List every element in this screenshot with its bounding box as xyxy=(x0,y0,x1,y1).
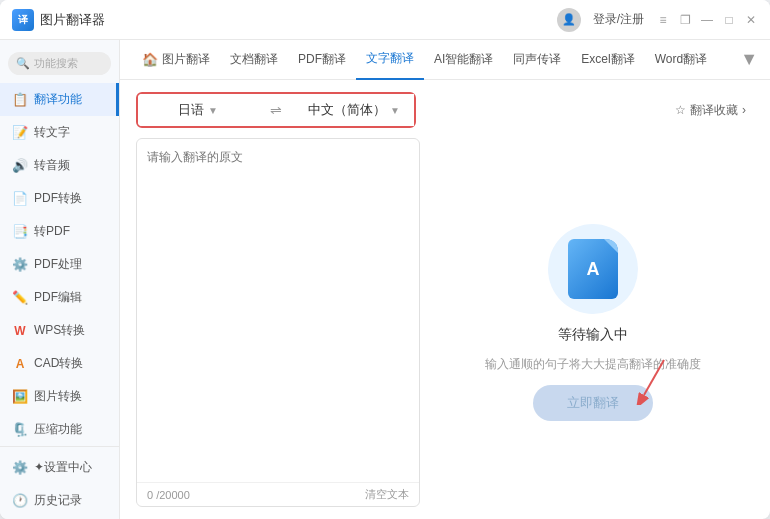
restore-icon[interactable]: ❐ xyxy=(678,13,692,27)
nav-item-label: Word翻译 xyxy=(655,51,707,68)
sidebar-item-pdf-edit[interactable]: ✏️ PDF编辑 xyxy=(0,281,119,314)
app-window: 译 图片翻译器 👤 登录/注册 ≡ ❐ — □ ✕ 🔍 功能搜索 📋 翻 xyxy=(0,0,770,519)
doc-icon: A xyxy=(568,239,618,299)
nav-item-label: Excel翻译 xyxy=(581,51,634,68)
sidebar-item-label: 转音频 xyxy=(34,157,70,174)
nav-item-pdf-translate[interactable]: PDF翻译 xyxy=(288,40,356,80)
swap-icon: ⇌ xyxy=(270,102,282,118)
nav-item-label: 文字翻译 xyxy=(366,50,414,67)
input-footer: 0 /20000 清空文本 xyxy=(137,482,419,506)
search-box[interactable]: 🔍 功能搜索 xyxy=(8,52,111,75)
sidebar-item-label: PDF处理 xyxy=(34,256,82,273)
sidebar: 🔍 功能搜索 📋 翻译功能 📝 转文字 🔊 转音频 📄 PDF转换 📑 xyxy=(0,40,120,519)
history-icon: 🕐 xyxy=(12,493,28,509)
char-count: 0 /20000 xyxy=(147,489,190,501)
minimize-button[interactable]: — xyxy=(700,13,714,27)
input-panel: 0 /20000 清空文本 xyxy=(136,138,420,507)
sidebar-item-label: 压缩功能 xyxy=(34,421,82,438)
sidebar-item-label: PDF转换 xyxy=(34,190,82,207)
source-lang-btn[interactable]: 日语 ▼ xyxy=(138,94,258,126)
svg-line-0 xyxy=(644,360,664,395)
sidebar-item-pdf-process[interactable]: ⚙️ PDF处理 xyxy=(0,248,119,281)
title-bar: 译 图片翻译器 👤 登录/注册 ≡ ❐ — □ ✕ xyxy=(0,0,770,40)
output-panel: A 等待输入中 输入通顺的句子将大大提高翻译的准确度 xyxy=(432,138,754,507)
convert-audio-icon: 🔊 xyxy=(12,158,28,174)
cad-convert-icon: A xyxy=(12,356,28,372)
sidebar-item-label: 历史记录 xyxy=(34,492,82,509)
sidebar-item-img-convert[interactable]: 🖼️ 图片转换 xyxy=(0,380,119,413)
nav-item-img-translate[interactable]: 🏠 图片翻译 xyxy=(132,40,220,80)
sidebar-item-convert-audio[interactable]: 🔊 转音频 xyxy=(0,149,119,182)
avatar: 👤 xyxy=(557,8,581,32)
source-lang-label: 日语 xyxy=(178,101,204,119)
sidebar-item-wps-convert[interactable]: W WPS转换 xyxy=(0,314,119,347)
title-bar-right: 👤 登录/注册 ≡ ❐ — □ ✕ xyxy=(557,8,758,32)
sidebar-item-compress-func[interactable]: 🗜️ 压缩功能 xyxy=(0,413,119,446)
top-nav: 🏠 图片翻译 文档翻译 PDF翻译 文字翻译 AI智能翻译 同声传译 xyxy=(120,40,770,80)
favorites-chevron: › xyxy=(742,103,746,117)
login-button[interactable]: 登录/注册 xyxy=(593,11,644,28)
settings-icon: ⚙️ xyxy=(12,460,28,476)
search-placeholder: 功能搜索 xyxy=(34,56,78,71)
sidebar-item-label: 转PDF xyxy=(34,223,70,240)
wps-convert-icon: W xyxy=(12,323,28,339)
pdf-convert-icon: 📄 xyxy=(12,191,28,207)
lang-selector: 日语 ▼ ⇌ 中文（简体） ▼ xyxy=(136,92,416,128)
sidebar-item-settings[interactable]: ⚙️ ✦设置中心 xyxy=(0,451,119,484)
nav-item-word-translate[interactable]: Word翻译 xyxy=(645,40,717,80)
sidebar-item-to-pdf[interactable]: 📑 转PDF xyxy=(0,215,119,248)
nav-item-doc-translate[interactable]: 文档翻译 xyxy=(220,40,288,80)
nav-item-label: PDF翻译 xyxy=(298,51,346,68)
panels-row: 0 /20000 清空文本 A 等待输入中 输入通顺的句子将大大提高翻译的准确度 xyxy=(136,138,754,507)
nav-item-voice-translate[interactable]: 同声传译 xyxy=(503,40,571,80)
search-icon: 🔍 xyxy=(16,57,30,70)
favorites-btn[interactable]: ☆ 翻译收藏 › xyxy=(675,102,746,119)
sidebar-item-label: CAD转换 xyxy=(34,355,83,372)
swap-lang-btn[interactable]: ⇌ xyxy=(258,102,294,118)
sidebar-item-label: ✦设置中心 xyxy=(34,459,92,476)
sidebar-item-history[interactable]: 🕐 历史记录 xyxy=(0,484,119,517)
app-icon: 译 xyxy=(12,9,34,31)
nav-item-excel-translate[interactable]: Excel翻译 xyxy=(571,40,644,80)
sidebar-item-label: 图片转换 xyxy=(34,388,82,405)
source-lang-chevron: ▼ xyxy=(208,105,218,116)
window-controls: ≡ ❐ — □ ✕ xyxy=(656,13,758,27)
img-convert-icon: 🖼️ xyxy=(12,389,28,405)
translation-input[interactable] xyxy=(137,139,419,482)
target-lang-label: 中文（简体） xyxy=(308,101,386,119)
sidebar-item-label: 翻译功能 xyxy=(34,91,82,108)
title-bar-left: 译 图片翻译器 xyxy=(12,9,105,31)
doc-icon-wrapper: A xyxy=(548,224,638,314)
sidebar-item-translate-func[interactable]: 📋 翻译功能 xyxy=(0,83,119,116)
btn-container: 立即翻译 xyxy=(452,385,734,421)
main-content: 🔍 功能搜索 📋 翻译功能 📝 转文字 🔊 转音频 📄 PDF转换 📑 xyxy=(0,40,770,519)
favorites-label: 翻译收藏 xyxy=(690,102,738,119)
favorites-icon: ☆ xyxy=(675,103,686,117)
menu-icon[interactable]: ≡ xyxy=(656,13,670,27)
nav-item-label: 同声传译 xyxy=(513,51,561,68)
translation-area: 日语 ▼ ⇌ 中文（简体） ▼ ☆ 翻译收藏 xyxy=(120,80,770,519)
sidebar-item-label: PDF编辑 xyxy=(34,289,82,306)
sidebar-item-label: 转文字 xyxy=(34,124,70,141)
translate-func-icon: 📋 xyxy=(12,92,28,108)
waiting-title: 等待输入中 xyxy=(558,326,628,344)
sidebar-item-pdf-convert[interactable]: 📄 PDF转换 xyxy=(0,182,119,215)
lang-selector-row: 日语 ▼ ⇌ 中文（简体） ▼ ☆ 翻译收藏 xyxy=(136,92,754,128)
nav-item-label: 图片翻译 xyxy=(162,51,210,68)
nav-item-text-translate[interactable]: 文字翻译 xyxy=(356,40,424,80)
close-button[interactable]: ✕ xyxy=(744,13,758,27)
maximize-button[interactable]: □ xyxy=(722,13,736,27)
compress-func-icon: 🗜️ xyxy=(12,422,28,438)
sidebar-item-cad-convert[interactable]: A CAD转换 xyxy=(0,347,119,380)
sidebar-item-convert-text[interactable]: 📝 转文字 xyxy=(0,116,119,149)
right-panel: 🏠 图片翻译 文档翻译 PDF翻译 文字翻译 AI智能翻译 同声传译 xyxy=(120,40,770,519)
clear-btn[interactable]: 清空文本 xyxy=(365,487,409,502)
nav-item-label: AI智能翻译 xyxy=(434,51,493,68)
pdf-process-icon: ⚙️ xyxy=(12,257,28,273)
convert-text-icon: 📝 xyxy=(12,125,28,141)
nav-more-icon[interactable]: ▼ xyxy=(740,49,758,70)
nav-item-ai-translate[interactable]: AI智能翻译 xyxy=(424,40,503,80)
red-arrow-indicator xyxy=(614,355,674,405)
home-icon: 🏠 xyxy=(142,52,158,67)
target-lang-btn[interactable]: 中文（简体） ▼ xyxy=(294,94,414,126)
